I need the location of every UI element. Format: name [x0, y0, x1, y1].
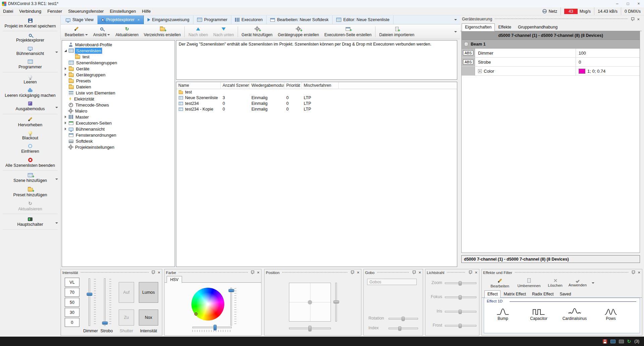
lumos-button[interactable]: Lumos [139, 282, 158, 303]
sidebar-item-leeren[interactable]: Leeren [0, 73, 60, 86]
pin-icon[interactable] [631, 17, 635, 21]
rotation-slider-handle[interactable] [402, 317, 405, 321]
toolbar-verzeichnis-erstellen-button[interactable]: Verzeichnis erstellen [141, 25, 183, 39]
sidebar-item-ausgabemodus[interactable]: Ausgabemodus [0, 99, 60, 113]
expand-arrow[interactable] [64, 128, 67, 130]
effects-anwenden-button[interactable]: Anwenden [566, 277, 589, 289]
pan-tilt-pad[interactable] [289, 283, 331, 322]
color-wheel[interactable] [191, 288, 224, 321]
chevron-down-icon[interactable] [55, 107, 58, 108]
tree-item-buehnenansicht[interactable]: Bühnenansicht [62, 126, 175, 132]
preset-70-button[interactable]: 70 [65, 288, 79, 297]
grip-handle[interactable] [515, 272, 629, 273]
sidebar-item-leeren-rueckgaengig[interactable]: Leeren rückgängig machen [0, 86, 60, 99]
tab-saved[interactable]: Saved [557, 290, 574, 297]
strobo-slider-handle[interactable] [102, 322, 108, 325]
hue-slider-handle[interactable] [214, 325, 217, 330]
pin-icon[interactable] [631, 270, 635, 275]
grip-handle[interactable] [282, 272, 348, 273]
effects-bearbeiten-button[interactable]: Bearbeiten [487, 277, 513, 289]
column-header-name[interactable]: Name [176, 82, 221, 89]
tilt-slider[interactable] [335, 283, 337, 322]
grip-handle[interactable] [495, 18, 628, 20]
pan-slider-handle[interactable] [308, 326, 311, 331]
grip-handle[interactable] [81, 272, 149, 273]
tab-eingangszuweisung[interactable]: Eingangszuweisung [144, 15, 193, 24]
property-value[interactable]: 0 [576, 58, 640, 66]
nox-button[interactable]: Nox [139, 309, 158, 326]
color-swatch[interactable] [579, 69, 585, 74]
effect-cardinalsinus[interactable]: Cardinalsinus [559, 307, 591, 321]
tab-stage-view[interactable]: Stage View [62, 15, 98, 24]
rotation-slider[interactable] [389, 318, 418, 320]
fokus-slider[interactable] [445, 296, 476, 298]
tree-item-geraetegruppen[interactable]: Gerätegruppen [62, 72, 175, 78]
table-row[interactable]: test234 - Kopie 0 Einmalig 0 LTP [176, 106, 457, 112]
tab-eigenschaften[interactable]: Eigenschaften [462, 23, 495, 31]
maximize-button[interactable]: □ [623, 0, 633, 7]
tab-projektexplorer[interactable]: Projektexplorer × [98, 15, 144, 24]
close-icon[interactable]: × [637, 270, 641, 275]
iris-slider-handle[interactable] [459, 309, 462, 314]
fokus-slider-handle[interactable] [459, 295, 462, 299]
sidebar-item-szene-hinzufuegen[interactable]: Szene hinzufügen [0, 171, 60, 185]
save-status-icon[interactable] [603, 339, 607, 344]
sidebar-item-alle-szenenlisten-beenden[interactable]: Alle Szenenlisten beenden [0, 156, 60, 169]
sidebar-item-blackout[interactable]: Blackout [0, 129, 60, 142]
expand-icon[interactable] [478, 69, 482, 73]
sidebar-item-programmer[interactable]: Programmer [0, 58, 60, 71]
index-slider[interactable] [389, 328, 418, 329]
pan-slider[interactable] [289, 328, 331, 329]
beam-group-row[interactable]: Beam 1 [462, 40, 640, 49]
color-wheel-indicator[interactable] [194, 313, 197, 316]
expand-arrow[interactable] [64, 73, 67, 76]
frost-slider[interactable] [445, 325, 476, 327]
toolbar-overflow-icon[interactable] [454, 31, 457, 32]
tab-softdesk[interactable]: Bearbeiten: Neuer Softdesk [267, 15, 333, 24]
close-icon[interactable]: × [157, 270, 161, 275]
toolbar-geraet-hinzufuegen-button[interactable]: Gerät hinzufügen [239, 25, 275, 39]
table-row[interactable]: test [176, 89, 457, 95]
preset-vl-button[interactable]: VL [65, 278, 79, 287]
sidebar-item-einfrieren[interactable]: Einfrieren [0, 142, 60, 155]
pin-icon[interactable] [250, 270, 254, 275]
hue-slider[interactable] [192, 327, 232, 328]
tilt-slider-handle[interactable] [333, 300, 339, 303]
minimize-button[interactable]: – [612, 0, 623, 7]
close-icon[interactable]: × [356, 270, 360, 275]
expand-arrow[interactable] [64, 67, 67, 70]
tab-matrix-effect[interactable]: Matrix Effect [501, 290, 529, 297]
close-tab-icon[interactable]: × [137, 18, 139, 22]
effect-bump[interactable]: Bump [487, 307, 519, 321]
pan-tilt-handle[interactable] [308, 300, 312, 304]
pin-icon[interactable] [412, 270, 416, 275]
zoom-slider-handle[interactable] [459, 281, 462, 285]
tree-item-softdesk[interactable]: Softdesk [62, 138, 175, 144]
toolbar-aktualisieren-button[interactable]: ↻ Aktualisieren [113, 25, 141, 39]
sidebar-item-preset-hinzufuegen[interactable]: Preset hinzufügen [0, 185, 60, 199]
grip-handle[interactable] [179, 272, 248, 273]
zoom-slider[interactable] [445, 282, 476, 284]
tree-item-szenenlistengruppen[interactable]: Szenenlistengruppen [62, 60, 175, 66]
tree-item-master[interactable]: Master [62, 114, 175, 120]
pin-icon[interactable] [350, 270, 354, 275]
tree-item-dateien[interactable]: Dateien [62, 84, 175, 90]
tree-item-liste-von-elementen[interactable]: Liste von Elementen [62, 90, 175, 96]
expand-arrow[interactable] [64, 50, 67, 52]
abs-mode-button[interactable]: ABS [463, 59, 473, 65]
pin-icon[interactable] [468, 270, 472, 275]
menu-verbindung[interactable]: Verbindung [16, 8, 44, 15]
tree-item-makro[interactable]: Makro [62, 108, 175, 114]
abs-mode-button[interactable]: ABS [463, 50, 473, 56]
tab-effect[interactable]: Effect [484, 290, 501, 298]
tree-item-presets[interactable]: Presets [62, 78, 175, 84]
close-icon[interactable]: × [256, 270, 260, 275]
effect-capacitor[interactable]: Capacitor [523, 307, 555, 321]
frost-slider-handle[interactable] [459, 324, 462, 328]
toolbar-dateien-importieren-button[interactable]: Dateien importieren [376, 25, 417, 39]
menu-einstellungen[interactable]: Einstellungen [107, 8, 139, 15]
iris-slider[interactable] [445, 311, 476, 313]
chevron-down-icon[interactable] [592, 282, 594, 284]
sidebar-item-buehnenansicht[interactable]: Bühnenansicht [0, 45, 60, 58]
dimmer-slider-handle[interactable] [86, 293, 92, 296]
